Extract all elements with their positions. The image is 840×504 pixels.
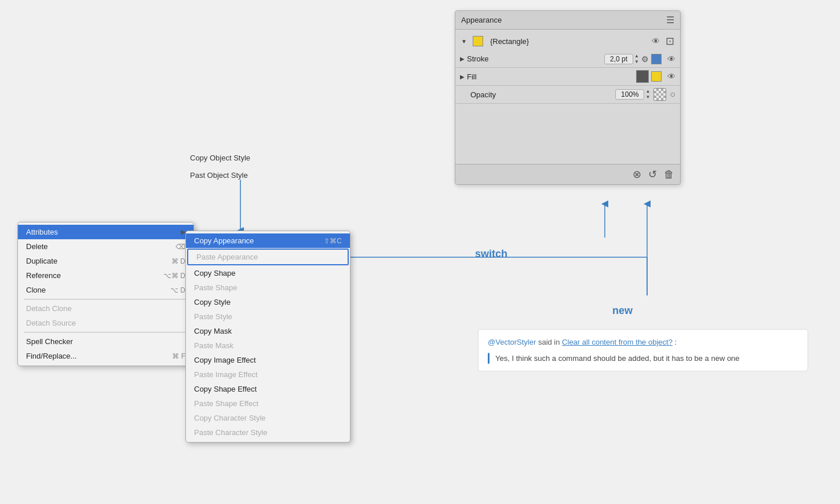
cm-item-reference[interactable]: Reference ⌥⌘ D bbox=[18, 268, 193, 283]
opacity-stepper[interactable]: ▲ ▼ bbox=[645, 89, 650, 100]
context-menu-left: Attributes ▶ Delete ⌫ Duplicate ⌘ D Refe… bbox=[17, 222, 194, 366]
cm-copy-appearance-shortcut: ⇧⌘C bbox=[324, 237, 342, 245]
cm-item-clone[interactable]: Clone ⌥ D bbox=[18, 283, 193, 297]
context-menu-right: Copy Appearance ⇧⌘C Paste Appearance Cop… bbox=[185, 231, 350, 443]
cm-copy-mask[interactable]: Copy Mask bbox=[186, 324, 350, 338]
cm-item-duplicate[interactable]: Duplicate ⌘ D bbox=[18, 254, 193, 268]
forum-link-text[interactable]: Clear all content from the object? bbox=[562, 338, 673, 346]
stroke-stepper[interactable]: ▲ ▼ bbox=[634, 53, 639, 65]
cm-find-replace-shortcut: ⌘ F bbox=[172, 352, 185, 360]
cm-delete-label: Delete bbox=[26, 242, 48, 251]
cm-paste-mask: Paste Mask bbox=[186, 338, 350, 353]
appearance-panel: Appearance ☰ ▼ {Rectangle} 👁 ⊡ ▶ Stroke … bbox=[455, 10, 681, 185]
appearance-middle-area bbox=[455, 104, 680, 162]
cm-copy-mask-label: Copy Mask bbox=[194, 327, 232, 335]
cm-attributes-label: Attributes bbox=[26, 228, 58, 236]
appearance-menu-icon[interactable]: ☰ bbox=[666, 14, 674, 25]
cm-paste-appearance-label: Paste Appearance bbox=[196, 253, 258, 261]
appearance-panel-header: Appearance ☰ bbox=[455, 11, 680, 30]
stroke-triangle[interactable]: ▶ bbox=[460, 56, 465, 62]
cm-clone-shortcut: ⌥ D bbox=[170, 286, 185, 294]
cm-copy-style[interactable]: Copy Style bbox=[186, 295, 350, 309]
label-new: new bbox=[612, 305, 633, 317]
forum-at-text: @VectorStyler bbox=[488, 338, 536, 346]
cm-paste-character-style: Paste Character Style bbox=[186, 425, 350, 440]
cm-copy-shape-effect[interactable]: Copy Shape Effect bbox=[186, 382, 350, 396]
fill-color-swatch[interactable] bbox=[651, 71, 662, 82]
appearance-footer: ⊗ ↺ 🗑 bbox=[455, 164, 680, 184]
fill-icon[interactable] bbox=[636, 70, 649, 83]
stroke-color-swatch[interactable] bbox=[651, 54, 662, 64]
forum-header: @VectorStyler said in Clear all content … bbox=[488, 337, 798, 348]
opacity-checker bbox=[653, 88, 666, 101]
opacity-circle-icon[interactable]: ○ bbox=[670, 89, 675, 100]
cm-paste-appearance[interactable]: Paste Appearance bbox=[187, 249, 349, 265]
fill-label: Fill bbox=[467, 72, 636, 81]
forum-said-text: said in bbox=[538, 338, 562, 346]
cm-find-replace-label: Find/Replace... bbox=[26, 352, 76, 360]
cm-copy-character-style-label: Copy Character Style bbox=[194, 414, 266, 422]
opacity-label: Opacity bbox=[460, 90, 615, 99]
cm-paste-shape: Paste Shape bbox=[186, 280, 350, 295]
cm-detach-source-label: Detach Source bbox=[26, 319, 76, 327]
cm-item-attributes[interactable]: Attributes ▶ bbox=[18, 225, 193, 239]
cm-paste-shape-label: Paste Shape bbox=[194, 283, 237, 292]
fill-row: ▶ Fill 👁 bbox=[455, 68, 680, 86]
appearance-title: Appearance bbox=[461, 16, 502, 24]
appearance-body: ▼ {Rectangle} 👁 ⊡ ▶ Stroke 2,0 pt ▲ ▼ ⚙ … bbox=[455, 30, 680, 164]
cm-copy-appearance-label: Copy Appearance bbox=[194, 236, 254, 245]
fill-triangle[interactable]: ▶ bbox=[460, 74, 465, 80]
stroke-value[interactable]: 2,0 pt bbox=[604, 54, 633, 64]
cm-copy-character-style: Copy Character Style bbox=[186, 411, 350, 425]
refresh-icon[interactable]: ↺ bbox=[648, 168, 657, 181]
cm-separator-2 bbox=[24, 332, 188, 333]
annotation-copy-object-style: Copy Object Style bbox=[190, 152, 250, 164]
cm-paste-character-style-label: Paste Character Style bbox=[194, 428, 267, 437]
label-switch: switch bbox=[475, 248, 507, 260]
opacity-row: Opacity 100% ▲ ▼ ○ bbox=[455, 86, 680, 104]
rect-row: ▼ {Rectangle} 👁 ⊡ bbox=[455, 32, 680, 50]
cm-copy-shape[interactable]: Copy Shape bbox=[186, 266, 350, 280]
rect-triangle[interactable]: ▼ bbox=[461, 38, 467, 45]
cm-reference-shortcut: ⌥⌘ D bbox=[163, 272, 185, 280]
rect-color-swatch[interactable] bbox=[473, 36, 483, 46]
stroke-settings-icon[interactable]: ⚙ bbox=[641, 54, 649, 64]
forum-colon: : bbox=[675, 338, 677, 346]
cm-duplicate-label: Duplicate bbox=[26, 257, 57, 265]
rect-label: {Rectangle} bbox=[490, 37, 529, 46]
clear-icon[interactable]: ⊗ bbox=[633, 168, 641, 181]
cm-item-delete[interactable]: Delete ⌫ bbox=[18, 239, 193, 254]
fill-visibility-icon[interactable]: 👁 bbox=[667, 72, 675, 81]
lock-icon[interactable]: ⊡ bbox=[666, 35, 674, 48]
forum-body: Yes, I think such a command should be ad… bbox=[488, 353, 798, 364]
cm-detach-clone-label: Detach Clone bbox=[26, 304, 72, 313]
cm-copy-image-effect[interactable]: Copy Image Effect bbox=[186, 353, 350, 367]
cm-copy-appearance[interactable]: Copy Appearance ⇧⌘C bbox=[186, 233, 350, 248]
cm-item-detach-clone: Detach Clone bbox=[18, 301, 193, 316]
cm-copy-image-effect-label: Copy Image Effect bbox=[194, 356, 256, 364]
forum-quote-bar bbox=[488, 353, 490, 364]
cm-paste-shape-effect: Paste Shape Effect bbox=[186, 396, 350, 411]
cm-item-find-replace[interactable]: Find/Replace... ⌘ F bbox=[18, 349, 193, 363]
cm-copy-shape-label: Copy Shape bbox=[194, 269, 236, 277]
stroke-visibility-icon[interactable]: 👁 bbox=[667, 54, 675, 64]
stroke-label: Stroke bbox=[467, 54, 604, 63]
cm-paste-style: Paste Style bbox=[186, 309, 350, 324]
delete-icon[interactable]: 🗑 bbox=[664, 169, 674, 181]
cm-paste-image-effect-label: Paste Image Effect bbox=[194, 370, 258, 379]
cm-paste-image-effect: Paste Image Effect bbox=[186, 367, 350, 382]
visibility-icon[interactable]: 👁 bbox=[652, 36, 660, 46]
forum-comment: @VectorStyler said in Clear all content … bbox=[478, 329, 808, 371]
cm-separator-1 bbox=[24, 299, 188, 300]
cm-item-spell-checker[interactable]: Spell Checker bbox=[18, 334, 193, 349]
cm-item-detach-source: Detach Source bbox=[18, 316, 193, 330]
cm-attributes-arrow: ▶ bbox=[181, 228, 185, 236]
cm-delete-shortcut: ⌫ bbox=[176, 243, 185, 251]
cm-reference-label: Reference bbox=[26, 271, 61, 280]
cm-clone-label: Clone bbox=[26, 286, 46, 294]
annotation-past-object-style: Past Object Style bbox=[190, 170, 248, 181]
cm-spell-checker-label: Spell Checker bbox=[26, 337, 73, 346]
cm-paste-shape-effect-label: Paste Shape Effect bbox=[194, 399, 258, 408]
opacity-value[interactable]: 100% bbox=[615, 89, 644, 100]
cm-duplicate-shortcut: ⌘ D bbox=[171, 257, 185, 265]
